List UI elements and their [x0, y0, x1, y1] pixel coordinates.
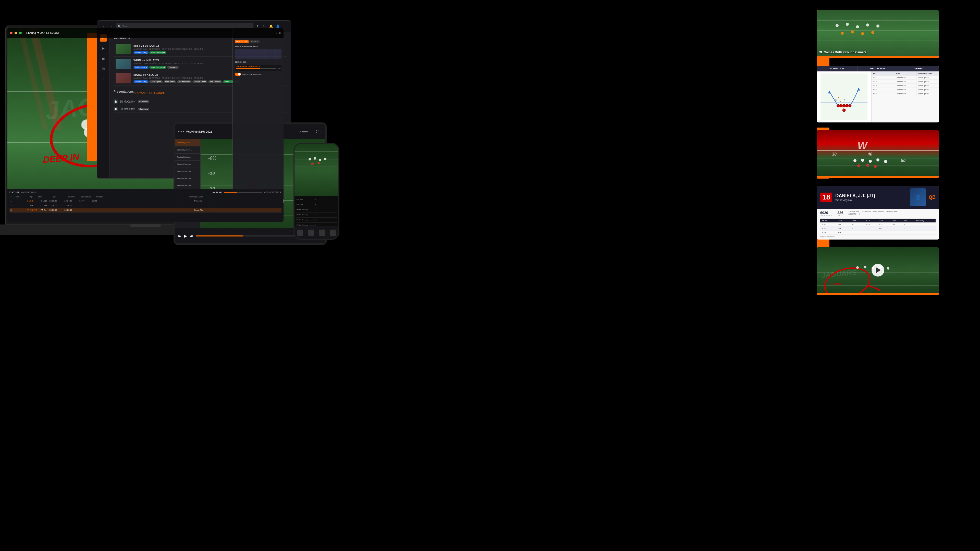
player-school: West Virginia [835, 198, 907, 202]
tracking-inner: MOVEMENT SENSITIVITY 65% [235, 65, 282, 71]
tablet-list-item[interactable]: Purdue Kentucky [175, 161, 200, 168]
tablet-list-item[interactable]: Purdue Kentucky [175, 168, 200, 175]
movement-sensitivity-label: MOVEMENT SENSITIVITY [236, 66, 280, 68]
pres-label-2: Bill McCarthy [120, 108, 135, 110]
phone-list-item[interactable]: Purdue Kentucky ............... 1 [296, 213, 337, 218]
card-wisconsin[interactable]: 30 40 50 W [817, 130, 939, 178]
sidebar-grid-icon[interactable]: ⊞ [100, 65, 107, 72]
window-close-dot[interactable] [10, 32, 13, 34]
sensitivity-slider[interactable] [236, 68, 276, 69]
fullscreen-icon[interactable]: ⛶ [274, 32, 277, 35]
tablet-title: WIUN vs INPU 2022 [186, 130, 212, 133]
table-row: #0 2 Lorem Ipsum Lorem Ipsum [872, 79, 939, 84]
tablet-close-icon[interactable]: ✕ [320, 130, 322, 133]
pitch-grid-svg [235, 49, 282, 59]
sidebar-video-icon[interactable]: ▶ [100, 44, 107, 52]
row3-name: PA ROUTE [27, 209, 40, 211]
tablet-next-btn[interactable]: ⏭ [189, 234, 193, 238]
svg-text:X: X [835, 99, 837, 101]
presentations-title: Presentations [114, 90, 134, 94]
player-name: DANIELS, J.T. (JT) [835, 193, 907, 198]
phone-nav-home[interactable] [297, 230, 303, 236]
phone-list-item[interactable]: Purdue Kentucky ............... 1 [296, 207, 337, 213]
collections-sidebar: ⌂ ▶ ☰ ⊞ + [97, 32, 110, 178]
protection-header: PROTECTION [858, 66, 898, 71]
playlist-row-oline-1[interactable]: 1 O LINE O LINE 13:23:60 13:24:60 31:47 … [10, 199, 282, 203]
phone-nav-menu[interactable] [319, 230, 325, 236]
add-content-button[interactable]: ADD CONTENT ▼ [264, 191, 282, 193]
table-header-row: FORMATION PROTECTION SERIES [817, 66, 939, 71]
collection-thumb-1 [116, 44, 131, 54]
report-comments: Report Comments [820, 236, 935, 238]
svg-point-6 [846, 23, 849, 26]
tablet-list-item[interactable]: Purdue Kentucky [175, 182, 200, 189]
table-row: 2022 SR 6 5 40 0 0 [820, 227, 935, 230]
svg-point-11 [851, 30, 854, 33]
tablet-expand-icon[interactable]: ⛶ [316, 130, 318, 133]
card5-play-button[interactable] [872, 264, 884, 276]
svg-text:30: 30 [832, 152, 837, 156]
play-pause-button[interactable]: ▶ [216, 191, 218, 194]
phone-nav-profile[interactable] [330, 230, 336, 236]
tablet-list-item[interactable]: Purdue Kentucky [175, 175, 200, 182]
tablet-play-btn[interactable]: ▶ [184, 234, 187, 238]
timeline-scrubber[interactable] [224, 192, 262, 192]
preset-section: PRESET ▼ RESET [235, 40, 282, 43]
play-diagram-svg: X X X [819, 73, 869, 121]
card-jaguars-annotation[interactable]: JAGUARS DEEP IN [817, 247, 939, 295]
sidebar-list-icon[interactable]: ☰ [100, 55, 107, 62]
laptop-notch [130, 224, 161, 227]
stat-td: 226 TD [837, 211, 843, 217]
sidebar-plus-icon[interactable]: + [100, 75, 107, 83]
reset-button[interactable]: RESET [250, 40, 259, 43]
phone-video-area [294, 144, 339, 196]
next-button[interactable]: ⏭ [219, 191, 222, 194]
timeline-fill [224, 192, 237, 192]
svg-text:X: X [853, 99, 854, 101]
stats-header-area: 18 DANIELS, J.T. (JT) West Virginia 👤 QB [817, 186, 939, 209]
phone-device: City Stars .......................... 2 … [293, 143, 339, 240]
table-content-area: X X X P&L RULE CHANGE POINT #0 1 Lorem I… [817, 71, 939, 122]
svg-point-110 [324, 158, 326, 160]
exact-tracking-toggle[interactable] [235, 73, 241, 76]
table-row: #0 4 Lorem Ipsum Lorem Ipsum [872, 88, 939, 92]
card1-orange-bar [817, 56, 939, 58]
svg-point-7 [856, 25, 859, 28]
show-all-collections-button[interactable]: SHOW ALL COLLECTIONS [134, 92, 165, 94]
svg-point-22 [845, 104, 849, 107]
slider-pct: 65% [277, 68, 280, 69]
svg-point-8 [866, 24, 869, 27]
settings-icon[interactable]: ⚙ [279, 32, 281, 35]
window-minimize-dot[interactable] [14, 32, 17, 34]
svg-text:40: 40 [867, 152, 872, 156]
annotations-tab[interactable]: ANNOTATIONS [21, 191, 36, 193]
phone-list-item[interactable]: Purdue Kentucky ............... 1 [296, 218, 337, 223]
change-point-col-header: CHANGE POINT [917, 71, 939, 75]
player-position: QB [929, 195, 935, 200]
tablet-minimize-icon[interactable]: — [312, 130, 314, 133]
tablet-list-item[interactable]: University of Lou... [175, 139, 200, 146]
pitch-perspective-section: Pitch Perspective [235, 45, 282, 59]
window-maximize-dot[interactable] [19, 32, 22, 34]
right-cards-panel: OL Games Drills Ground Camera FORMATION … [817, 10, 965, 295]
phone-list-item[interactable]: City Stars .......................... 1 [296, 202, 337, 207]
phone-nav-search[interactable] [308, 230, 314, 236]
tablet-list-item[interactable]: Purdue Kentucky [175, 154, 200, 161]
tablet-prev-btn[interactable]: ⏮ [178, 234, 182, 238]
playlist-tab[interactable]: PLAYLIST [10, 191, 19, 193]
player-photo: 👤 [910, 188, 926, 206]
svg-point-13 [871, 31, 874, 34]
playlist-row-pa-route[interactable]: 3 PA ROUTE PA Route 13:31:25 13:31:25 Sc… [10, 208, 282, 213]
playlist-row-oline-2[interactable]: 2 O LINE O LINE 13:28:56 13:30:03 1:07 [10, 203, 282, 208]
tablet-content-label: CONTENT [299, 130, 310, 133]
laptop-topbar: Sharing ▼ JAX REDZONE ⛶ ⚙ [7, 28, 283, 38]
card-player-stats: 18 DANIELS, J.T. (JT) West Virginia 👤 QB… [817, 186, 939, 240]
preset-button[interactable]: PRESET ▼ [235, 40, 248, 43]
prev-button[interactable]: ⏮ [213, 191, 215, 194]
tablet-list-item[interactable]: University of Lou... [175, 146, 200, 154]
phone-list-item[interactable]: City Stars .......................... 2 [296, 197, 337, 202]
card-ol-games[interactable]: OL Games Drills Ground Camera [817, 10, 939, 58]
rule-col-header: RULE [894, 71, 917, 75]
svg-point-37 [861, 159, 864, 162]
window-sharing-label: Sharing ▼ JAX REDZONE [26, 32, 60, 35]
